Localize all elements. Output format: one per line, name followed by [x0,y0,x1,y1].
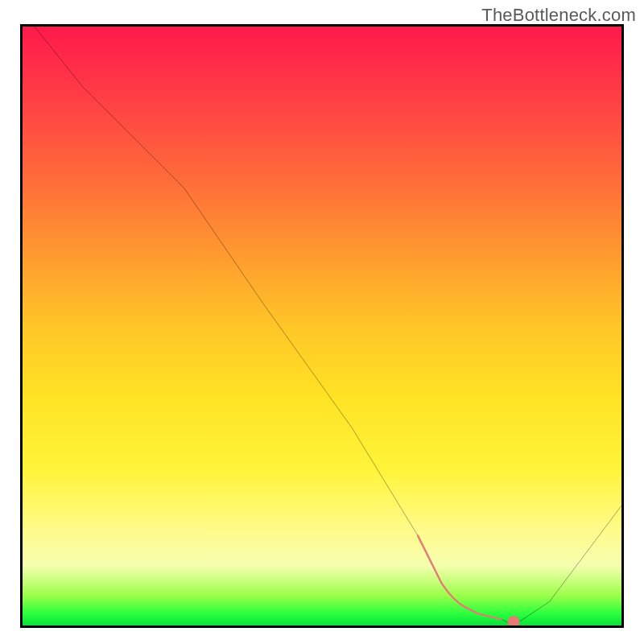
highlight-segment [418,535,477,613]
watermark-text: TheBottleneck.com [481,5,636,26]
main-curve [35,27,621,625]
figure-container: TheBottleneck.com [0,0,644,644]
highlight-dot [508,616,520,625]
curve-layer [23,27,621,625]
highlight-dashes [477,613,502,619]
plot-area [20,24,624,628]
